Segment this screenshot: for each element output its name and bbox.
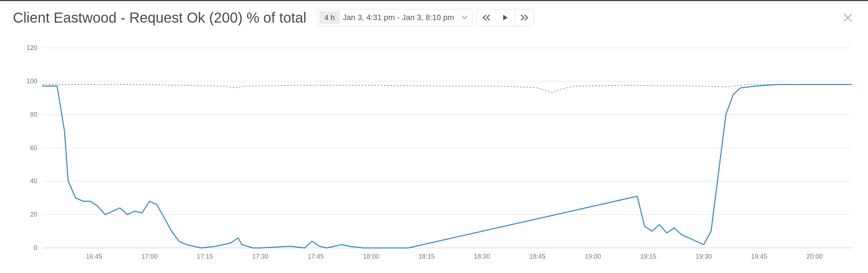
caret-down-icon bbox=[457, 16, 472, 19]
svg-text:17:00: 17:00 bbox=[141, 253, 157, 260]
panel-header: Client Eastwood - Request Ok (200) % of … bbox=[0, 1, 868, 30]
svg-text:17:30: 17:30 bbox=[252, 253, 268, 260]
svg-text:80: 80 bbox=[30, 111, 37, 118]
line-chart: 020406080100120 16:4517:0017:1517:3017:4… bbox=[13, 44, 855, 266]
playback-nav bbox=[477, 9, 534, 26]
panel-title: Client Eastwood - Request Ok (200) % of … bbox=[13, 10, 306, 26]
chart-panel: Client Eastwood - Request Ok (200) % of … bbox=[0, 0, 868, 273]
step-forward-button[interactable] bbox=[515, 9, 534, 26]
header-controls: 4 h Jan 3, 4:31 pm - Jan 3, 8:10 pm bbox=[317, 9, 534, 26]
svg-text:20:00: 20:00 bbox=[806, 253, 822, 260]
series-current bbox=[42, 84, 852, 248]
svg-text:100: 100 bbox=[27, 78, 37, 85]
svg-text:19:15: 19:15 bbox=[640, 253, 656, 260]
svg-text:120: 120 bbox=[27, 44, 37, 51]
series-baseline bbox=[42, 84, 852, 93]
step-back-button[interactable] bbox=[477, 9, 496, 26]
svg-text:17:15: 17:15 bbox=[197, 253, 213, 260]
svg-text:18:15: 18:15 bbox=[419, 253, 435, 260]
time-range-label: Jan 3, 4:31 pm - Jan 3, 8:10 pm bbox=[343, 13, 457, 22]
svg-text:0: 0 bbox=[34, 244, 37, 251]
svg-text:19:00: 19:00 bbox=[585, 253, 601, 260]
svg-text:40: 40 bbox=[30, 177, 37, 185]
svg-text:18:30: 18:30 bbox=[474, 253, 490, 260]
svg-text:20: 20 bbox=[30, 211, 37, 218]
svg-text:16:45: 16:45 bbox=[86, 253, 102, 260]
chart-area[interactable]: 020406080100120 16:4517:0017:1517:3017:4… bbox=[13, 44, 855, 266]
close-icon bbox=[843, 13, 853, 23]
svg-text:17:45: 17:45 bbox=[308, 253, 324, 260]
time-range-select[interactable]: 4 h Jan 3, 4:31 pm - Jan 3, 8:10 pm bbox=[317, 9, 472, 26]
svg-text:19:30: 19:30 bbox=[695, 253, 712, 260]
play-button[interactable] bbox=[496, 9, 515, 26]
svg-text:18:00: 18:00 bbox=[363, 253, 379, 260]
svg-text:18:45: 18:45 bbox=[529, 253, 546, 260]
svg-text:19:45: 19:45 bbox=[751, 253, 767, 260]
duration-badge: 4 h bbox=[319, 11, 340, 24]
close-button[interactable] bbox=[841, 10, 855, 25]
svg-text:60: 60 bbox=[30, 144, 37, 152]
